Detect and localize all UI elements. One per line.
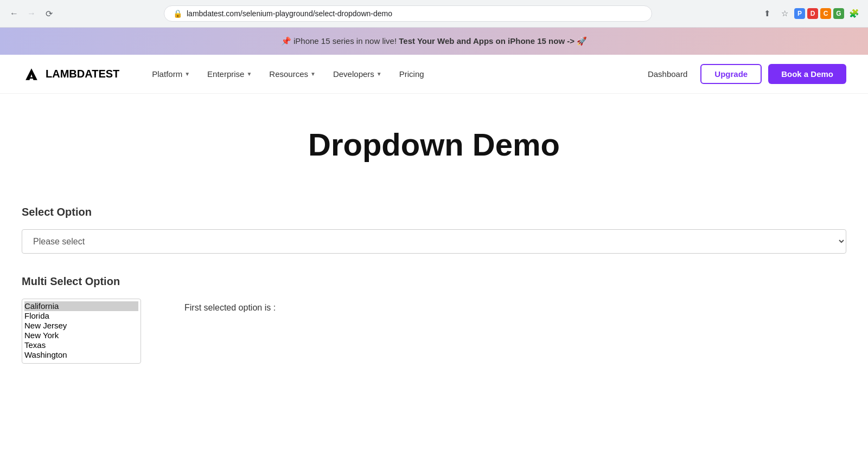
select-dropdown[interactable]: Please selectNew YorkTexasFloridaCalifor… [22, 229, 846, 254]
logo-icon [22, 64, 41, 84]
ext-dashlane-icon[interactable]: D [807, 8, 818, 19]
select-option-label: Select Option [22, 206, 846, 218]
page-title: Dropdown Demo [22, 126, 846, 163]
forward-button[interactable]: → [24, 6, 39, 21]
nav-platform[interactable]: Platform ▼ [145, 65, 196, 83]
ext-grammarly-icon[interactable]: G [833, 8, 844, 19]
enterprise-chevron-icon: ▼ [246, 71, 252, 77]
nav-resources[interactable]: Resources ▼ [263, 65, 322, 83]
nav-developers-label: Developers [333, 69, 374, 79]
share-button[interactable]: ⬆ [760, 6, 775, 21]
nav-platform-label: Platform [152, 69, 182, 79]
nav-developers[interactable]: Developers ▼ [327, 65, 388, 83]
lock-icon: 🔒 [173, 9, 182, 18]
multi-select-container: CaliforniaFloridaNew JerseyNew YorkTexas… [22, 299, 846, 364]
bookmark-button[interactable]: ☆ [777, 6, 792, 21]
svg-rect-0 [29, 77, 35, 79]
back-button[interactable]: ← [7, 6, 22, 21]
nav-buttons: ← → ⟳ [7, 6, 56, 21]
browser-actions: ⬆ ☆ P D C G 🧩 [760, 6, 861, 21]
upgrade-button[interactable]: Upgrade [700, 64, 762, 84]
logo-text: LAMBDATEST [46, 68, 119, 80]
banner-text-link: Test Your Web and Apps on iPhone 15 now … [399, 36, 587, 46]
book-demo-button[interactable]: Book a Demo [768, 64, 846, 84]
multi-select-section: Multi Select Option CaliforniaFloridaNew… [22, 275, 846, 364]
nav-pricing-label: Pricing [399, 69, 424, 79]
nav-resources-label: Resources [269, 69, 308, 79]
banner-text-prefix: 📌 iPhone 15 series in now live! [281, 36, 399, 46]
multi-select-label: Multi Select Option [22, 275, 846, 288]
nav-links: Platform ▼ Enterprise ▼ Resources ▼ Deve… [145, 65, 641, 83]
reload-button[interactable]: ⟳ [41, 6, 56, 21]
dashboard-link[interactable]: Dashboard [641, 65, 694, 83]
ext-passwords-icon[interactable]: P [794, 8, 805, 19]
promo-banner[interactable]: 📌 iPhone 15 series in now live! Test You… [0, 28, 868, 55]
first-selected-text: First selected option is : [184, 299, 276, 313]
developers-chevron-icon: ▼ [376, 71, 382, 77]
site-nav: LAMBDATEST Platform ▼ Enterprise ▼ Resou… [0, 55, 868, 94]
resources-chevron-icon: ▼ [310, 71, 316, 77]
logo[interactable]: LAMBDATEST [22, 64, 119, 84]
url-text: lambdatest.com/selenium-playground/selec… [187, 9, 643, 18]
main-content: Dropdown Demo Select Option Please selec… [0, 94, 868, 407]
platform-chevron-icon: ▼ [184, 71, 190, 77]
browser-chrome: ← → ⟳ 🔒 lambdatest.com/selenium-playgrou… [0, 0, 868, 28]
nav-enterprise[interactable]: Enterprise ▼ [201, 65, 258, 83]
address-bar[interactable]: 🔒 lambdatest.com/selenium-playground/sel… [164, 5, 652, 22]
nav-right: Dashboard Upgrade Book a Demo [641, 64, 846, 84]
browser-toolbar: ← → ⟳ 🔒 lambdatest.com/selenium-playgrou… [0, 0, 868, 27]
multi-select-dropdown[interactable]: CaliforniaFloridaNew JerseyNew YorkTexas… [22, 299, 141, 364]
ext-chrome-icon[interactable]: C [820, 8, 831, 19]
extensions-button[interactable]: 🧩 [846, 6, 861, 21]
nav-enterprise-label: Enterprise [207, 69, 244, 79]
first-selected-label: First selected option is : [184, 303, 276, 312]
select-option-section: Select Option Please selectNew YorkTexas… [22, 206, 846, 254]
nav-pricing[interactable]: Pricing [393, 65, 431, 83]
